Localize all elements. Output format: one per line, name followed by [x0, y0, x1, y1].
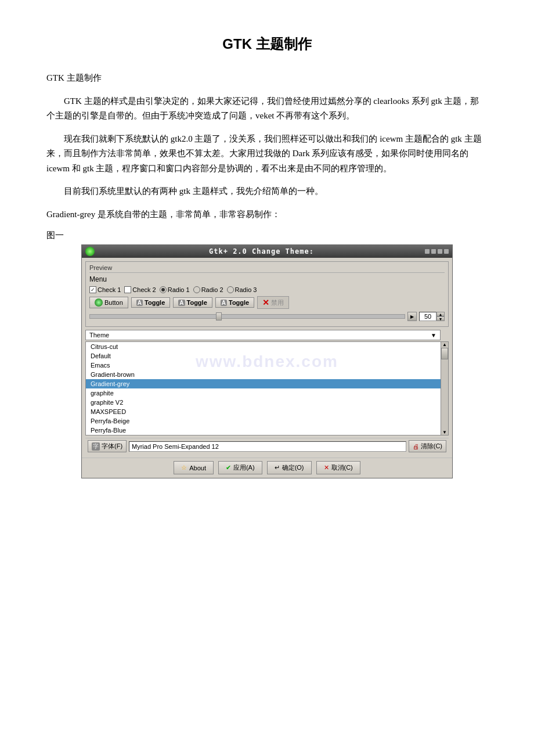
slider-track[interactable] — [89, 314, 405, 319]
toggle-btn-1[interactable]: A Toggle — [131, 297, 170, 308]
theme-item-default[interactable]: Default — [86, 351, 441, 361]
radio-1-label: Radio 1 — [168, 286, 190, 293]
slider-handle[interactable] — [216, 312, 222, 321]
button-main[interactable]: Button — [89, 297, 128, 308]
theme-item-citrus[interactable]: Citrus-cut — [86, 342, 441, 351]
gtk-body: Preview Menu ✓ Check 1 Check 2 Radio 1 — [82, 258, 452, 454]
theme-item-perryfa-beige[interactable]: Perryfa-Beige — [86, 416, 441, 426]
dropdown-arrow-icon: ▼ — [431, 332, 436, 339]
dot-3 — [438, 249, 442, 254]
radio-1-circle — [160, 286, 167, 293]
checkbox-2-box — [124, 286, 131, 293]
scroll-down-arrow[interactable]: ▼ — [442, 430, 447, 435]
about-button[interactable]: ☆ About — [174, 461, 214, 474]
cancel-label: 取消(C) — [331, 463, 353, 472]
buttons-row: Button A Toggle A Toggle A Toggle ✕ 禁用 — [89, 296, 445, 309]
paragraph-3: 目前我们系统里默认的有两种 gtk 主题样式，我先介绍简单的一种。 — [46, 184, 488, 199]
checkbox-1[interactable]: ✓ Check 1 — [89, 286, 121, 293]
paragraph-4: Gradient-grey 是系统自带的主题，非常简单，非常容易制作： — [46, 207, 488, 222]
clear-button[interactable]: 🖨 清除(C) — [409, 440, 446, 452]
radio-1[interactable]: Radio 1 — [160, 286, 190, 293]
paragraph-1: GTK 主题的样式是由引擎决定的，如果大家还记得，我们曾经使用过嫣然分享的 cl… — [46, 94, 488, 124]
theme-dropdown[interactable]: Theme ▼ — [85, 330, 441, 340]
slider-arrow-right[interactable]: ▶ — [407, 312, 417, 321]
scroll-up-arrow[interactable]: ▲ — [442, 342, 447, 347]
toggle-icon-2: A — [178, 300, 185, 306]
checkbox-2[interactable]: Check 2 — [124, 286, 156, 293]
apply-check-icon: ✔ — [226, 464, 231, 471]
scroll-track[interactable]: ▲ ▼ — [441, 341, 449, 435]
radio-3-circle — [227, 286, 234, 293]
disabled-btn: ✕ 禁用 — [257, 296, 289, 309]
font-button[interactable]: 字 字体(F) — [88, 440, 127, 452]
font-btn-label: 字体(F) — [102, 442, 122, 451]
checkbox-2-label: Check 2 — [132, 286, 156, 293]
radio-2-label: Radio 2 — [201, 286, 223, 293]
window-icon — [85, 247, 95, 256]
radio-3-label: Radio 3 — [235, 286, 257, 293]
theme-item-gradient-brown[interactable]: Gradient-brown — [86, 370, 441, 379]
section-intro-line: GTK 主题制作 — [46, 71, 488, 86]
controls-row: ✓ Check 1 Check 2 Radio 1 Radio 2 — [89, 286, 445, 293]
figure-label: 图一 — [46, 230, 488, 241]
spinner-arrows: ▲ ▼ — [436, 312, 445, 321]
clear-label: 清除(C) — [421, 442, 442, 451]
disabled-x-icon: ✕ — [262, 298, 269, 307]
checkbox-1-label: Check 1 — [98, 286, 121, 293]
clear-icon: 🖨 — [413, 443, 419, 450]
theme-item-graphite-v2[interactable]: graphite V2 — [86, 398, 441, 407]
about-label: About — [189, 465, 206, 471]
dot-2 — [431, 249, 436, 254]
spinner-value: 50 — [419, 312, 436, 321]
theme-dropdown-row: Theme ▼ — [85, 330, 449, 340]
radio-2-circle — [193, 286, 200, 293]
theme-item-graphite[interactable]: graphite — [86, 388, 441, 398]
bottom-bar: ☆ About ✔ 应用(A) ↵ 确定(O) ✕ 取消(C) — [82, 458, 452, 478]
gtk-titlebar: Gtk+ 2.0 Change Theme: — [82, 245, 452, 258]
toggle-btn-3[interactable]: A Toggle — [215, 297, 254, 308]
apply-button[interactable]: ✔ 应用(A) — [218, 461, 262, 474]
scroll-thumb[interactable] — [441, 348, 448, 359]
theme-item-emacs[interactable]: Emacs — [86, 361, 441, 370]
spinner-down[interactable]: ▼ — [436, 316, 445, 321]
window-title: Gtk+ 2.0 Change Theme: — [98, 247, 425, 255]
button-icon — [95, 298, 103, 307]
toggle-btn-2[interactable]: A Toggle — [173, 297, 212, 308]
ok-enter-icon: ↵ — [275, 464, 280, 471]
dot-4 — [444, 249, 449, 254]
toggle-1-label: Toggle — [145, 299, 165, 306]
menu-bar: Menu — [89, 275, 445, 283]
toggle-icon-3: A — [221, 300, 227, 306]
preview-box: Preview Menu ✓ Check 1 Check 2 Radio 1 — [85, 261, 449, 327]
about-star-icon: ☆ — [181, 464, 187, 471]
theme-list[interactable]: Citrus-cut Default Emacs Gradient-brown … — [85, 341, 441, 435]
radio-2[interactable]: Radio 2 — [193, 286, 223, 293]
spinner[interactable]: 50 ▲ ▼ — [419, 312, 445, 321]
ok-label: 确定(O) — [282, 463, 304, 472]
dot-1 — [425, 249, 430, 254]
font-field[interactable]: Myriad Pro Semi-Expanded 12 — [129, 441, 406, 452]
paragraph-2: 现在我们就剩下系统默认的 gtk2.0 主题了，没关系，我们照样还可以做出和我们… — [46, 132, 488, 177]
toggle-icon-1: A — [136, 300, 143, 306]
button-label: Button — [104, 299, 123, 306]
spinner-up[interactable]: ▲ — [436, 312, 445, 316]
theme-item-gradient-grey[interactable]: Gradient-grey — [86, 379, 441, 388]
toggle-2-label: Toggle — [187, 299, 207, 306]
cancel-x-icon: ✕ — [324, 464, 329, 471]
gtk-window-screenshot: www.bdnex.com Gtk+ 2.0 Change Theme: Pre… — [81, 244, 453, 478]
font-btn-icon: 字 — [92, 442, 100, 451]
radio-3[interactable]: Radio 3 — [227, 286, 257, 293]
font-row: 字 字体(F) Myriad Pro Semi-Expanded 12 🖨 清除… — [85, 438, 449, 454]
checkbox-1-box: ✓ — [89, 286, 96, 293]
slider-row: ▶ 50 ▲ ▼ — [89, 312, 445, 321]
ok-button[interactable]: ↵ 确定(O) — [267, 461, 312, 474]
cancel-button[interactable]: ✕ 取消(C) — [316, 461, 360, 474]
theme-item-perryfa-blue[interactable]: Perryfa-Blue — [86, 426, 441, 435]
theme-item-maxspeed[interactable]: MAXSPEED — [86, 407, 441, 416]
page-title: GTK 主题制作 — [46, 35, 488, 53]
disabled-label: 禁用 — [271, 298, 284, 307]
titlebar-dots — [425, 249, 449, 254]
apply-label: 应用(A) — [233, 463, 255, 472]
theme-dropdown-label: Theme — [89, 332, 109, 339]
preview-label: Preview — [89, 264, 445, 273]
